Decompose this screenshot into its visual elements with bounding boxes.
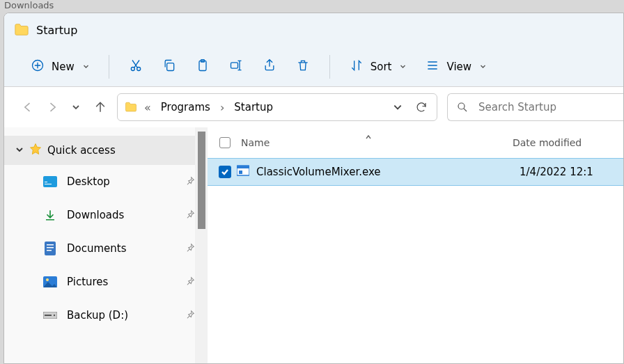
chevron-down-icon xyxy=(83,63,89,70)
row-checkbox[interactable] xyxy=(216,166,234,178)
content-area: Quick access Desktop Downloads Documents xyxy=(4,127,623,363)
svg-rect-14 xyxy=(47,250,52,251)
plus-icon xyxy=(31,58,45,75)
sidebar-item-downloads[interactable]: Downloads xyxy=(4,198,208,232)
sidebar-item-backup[interactable]: Backup (D:) xyxy=(4,299,208,332)
star-icon xyxy=(29,143,42,158)
new-button[interactable]: New xyxy=(24,53,96,81)
view-label: View xyxy=(446,61,471,73)
sidebar-item-desktop[interactable]: Desktop xyxy=(4,165,208,198)
recent-button[interactable] xyxy=(69,95,84,120)
view-button[interactable]: View xyxy=(419,53,493,81)
svg-rect-11 xyxy=(45,242,56,255)
sidebar-item-pictures[interactable]: Pictures xyxy=(4,265,208,299)
sidebar-item-label: Pictures xyxy=(67,276,176,288)
paste-button[interactable] xyxy=(189,53,217,81)
back-button[interactable] xyxy=(21,95,36,120)
view-icon xyxy=(426,58,439,75)
svg-rect-18 xyxy=(45,315,52,316)
pin-icon xyxy=(185,242,195,255)
breadcrumb-ellipsis[interactable]: « xyxy=(144,101,151,114)
folder-icon xyxy=(125,101,137,113)
column-date[interactable]: Date modified xyxy=(513,137,582,148)
exe-icon xyxy=(234,164,249,180)
titlebar: Startup xyxy=(4,13,623,47)
select-all-check[interactable] xyxy=(216,137,234,148)
chevron-down-icon xyxy=(480,63,486,70)
svg-rect-22 xyxy=(239,171,242,174)
parent-window-label: Downloads xyxy=(4,0,54,10)
quick-access-header[interactable]: Quick access xyxy=(4,136,208,165)
pictures-icon xyxy=(43,275,57,289)
sidebar-item-label: Desktop xyxy=(67,175,176,188)
chevron-right-icon[interactable]: › xyxy=(220,101,224,114)
desktop-icon xyxy=(43,175,57,189)
breadcrumb-item[interactable]: Startup xyxy=(231,98,276,116)
toolbar: New Sort View xyxy=(4,47,623,87)
refresh-button[interactable] xyxy=(413,101,430,113)
address-bar[interactable]: « Programs › Startup xyxy=(117,93,437,121)
up-button[interactable] xyxy=(93,95,108,120)
pin-icon xyxy=(185,276,195,289)
documents-icon xyxy=(43,242,57,255)
clipboard-icon xyxy=(196,58,210,75)
copy-button[interactable] xyxy=(155,53,183,81)
svg-point-19 xyxy=(54,315,55,316)
new-label: New xyxy=(52,61,75,73)
scissors-icon xyxy=(129,58,143,75)
folder-icon xyxy=(14,22,29,38)
sidebar-scrollbar[interactable] xyxy=(195,127,208,363)
pin-icon xyxy=(185,309,195,322)
cut-button[interactable] xyxy=(122,53,150,81)
share-icon xyxy=(263,58,276,75)
svg-rect-6 xyxy=(231,62,237,68)
svg-rect-13 xyxy=(47,247,54,248)
toolbar-divider xyxy=(329,55,330,79)
svg-point-7 xyxy=(458,103,465,109)
trash-icon xyxy=(296,58,310,75)
quick-access-label: Quick access xyxy=(47,144,116,157)
column-header-row: Name Date modified xyxy=(208,127,623,158)
file-name: ClassicVolumeMixer.exe xyxy=(249,166,520,178)
svg-rect-12 xyxy=(47,244,54,246)
sort-button[interactable]: Sort xyxy=(343,53,414,81)
sidebar-item-label: Backup (D:) xyxy=(67,309,176,322)
window-title: Startup xyxy=(36,24,77,37)
pin-icon xyxy=(185,209,195,222)
search-input[interactable] xyxy=(477,100,615,114)
address-row: « Programs › Startup xyxy=(4,87,623,127)
delete-button[interactable] xyxy=(289,53,317,81)
toolbar-divider xyxy=(109,55,109,79)
pin-icon xyxy=(185,175,195,189)
svg-rect-21 xyxy=(237,166,249,168)
forward-button[interactable] xyxy=(45,95,60,120)
file-row[interactable]: ClassicVolumeMixer.exe 1/4/2022 12:1 xyxy=(208,158,623,186)
file-date: 1/4/2022 12:1 xyxy=(520,166,593,178)
address-dropdown[interactable] xyxy=(389,102,406,112)
sort-label: Sort xyxy=(370,61,392,73)
sidebar-scrollbar-thumb[interactable] xyxy=(198,132,205,229)
chevron-down-icon xyxy=(400,63,406,70)
search-box[interactable] xyxy=(447,93,623,121)
sort-indicator-icon xyxy=(364,130,373,143)
search-icon xyxy=(456,101,469,113)
svg-point-16 xyxy=(46,278,49,281)
svg-rect-10 xyxy=(45,184,52,184)
downloads-icon xyxy=(43,208,57,222)
share-button[interactable] xyxy=(256,53,283,81)
chevron-down-icon xyxy=(15,144,24,157)
svg-rect-9 xyxy=(45,182,47,182)
copy-icon xyxy=(162,58,176,75)
breadcrumb-item[interactable]: Programs xyxy=(158,98,213,116)
sidebar: Quick access Desktop Downloads Documents xyxy=(4,127,208,363)
drive-icon xyxy=(43,308,57,322)
rename-icon xyxy=(229,58,243,75)
svg-rect-3 xyxy=(166,63,173,70)
sort-icon xyxy=(350,58,364,75)
rename-button[interactable] xyxy=(222,53,250,81)
column-name[interactable]: Name xyxy=(234,137,513,148)
sidebar-item-label: Downloads xyxy=(67,209,176,221)
sidebar-item-label: Documents xyxy=(67,242,176,255)
file-explorer-window: Startup New Sort View xyxy=(3,13,624,364)
sidebar-item-documents[interactable]: Documents xyxy=(4,232,208,265)
